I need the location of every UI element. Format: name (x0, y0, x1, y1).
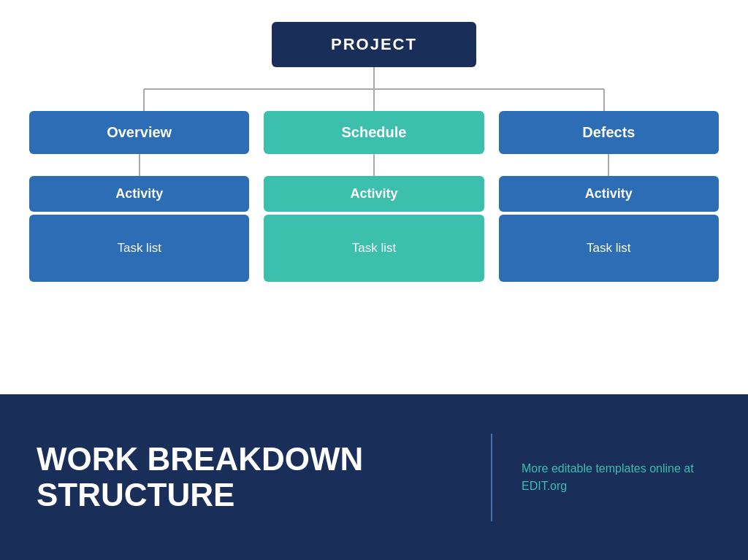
column-overview: Overview Activity Task list (29, 111, 249, 282)
activity-defects: Activity (499, 176, 719, 212)
bottom-banner: WORK BREAKDOWNSTRUCTURE More editable te… (0, 394, 748, 560)
sub-connector-defects (608, 154, 609, 176)
category-schedule: Schedule (264, 111, 484, 154)
category-defects: Defects (499, 111, 719, 154)
column-schedule: Schedule Activity Task list (264, 111, 484, 282)
sub-connector-schedule (373, 154, 375, 176)
category-overview: Overview (29, 111, 249, 154)
task-schedule: Task list (264, 215, 484, 282)
footer-divider (491, 434, 492, 521)
project-box: PROJECT (272, 22, 476, 67)
column-defects: Defects Activity Task list (499, 111, 719, 282)
task-defects: Task list (499, 215, 719, 282)
sub-connector-overview (139, 154, 140, 176)
activity-schedule: Activity (264, 176, 484, 212)
top-section: PROJECT Overview Activity (0, 0, 748, 394)
footer-subtitle: More editable templates online at EDIT.o… (522, 460, 711, 495)
connector-svg (29, 67, 719, 111)
top-connector (29, 67, 719, 111)
task-overview: Task list (29, 215, 249, 282)
project-title: PROJECT (331, 35, 417, 53)
footer-title: WORK BREAKDOWNSTRUCTURE (37, 442, 462, 513)
activity-overview: Activity (29, 176, 249, 212)
columns-row: Overview Activity Task list Schedule Act… (29, 111, 719, 282)
